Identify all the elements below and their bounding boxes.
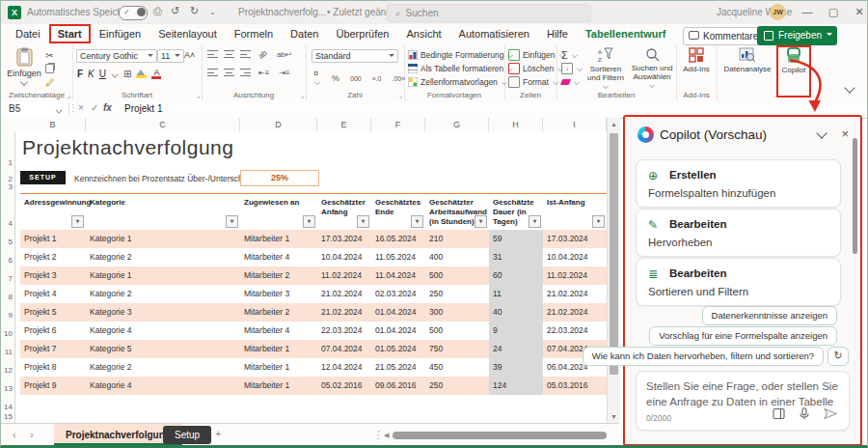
table-cell[interactable]: 11.04.2024 [371, 266, 425, 285]
column-header-c[interactable]: C [86, 118, 240, 131]
table-cell[interactable]: 22.03.2024 [543, 322, 607, 340]
suggestion-pill[interactable]: Vorschlag für eine Formelspalte anzeigen [649, 326, 837, 346]
tabbar-divider[interactable]: ⋮ [373, 429, 384, 441]
table-cell[interactable]: Projekt 9 [20, 377, 86, 395]
table-cell[interactable]: 250 [425, 285, 489, 303]
table-header-gesch-tzter-arbeitsaufwand-in-stunden-[interactable]: Geschätzter Arbeitsaufwand (in Stunden)▾ [425, 194, 489, 231]
setup-button[interactable]: SETUP [20, 171, 66, 184]
autosave-toggle[interactable]: ✓ [119, 6, 148, 20]
table-cell[interactable]: Mitarbeiter 1 [240, 340, 317, 358]
redo-icon[interactable]: ↻ [190, 5, 199, 17]
table-cell[interactable]: 09.06.2016 [371, 377, 425, 395]
filter-button[interactable]: ▾ [71, 215, 84, 228]
cell-styles-button[interactable]: Zellenformatvorlagen [408, 75, 514, 89]
table-cell[interactable]: Mitarbeiter 1 [240, 358, 317, 377]
microphone-icon[interactable] [799, 406, 810, 424]
horizontal-scroll-thumb[interactable] [393, 432, 607, 439]
table-cell[interactable]: 21.02.2024 [317, 303, 371, 322]
vertical-scroll-thumb[interactable] [610, 133, 618, 375]
table-cell[interactable]: Mitarbeiter 4 [240, 322, 317, 340]
align-left-icon[interactable] [207, 69, 218, 77]
cancel-entry-icon[interactable]: × [78, 102, 84, 113]
column-header-i[interactable]: I [543, 118, 607, 131]
table-cell[interactable]: Kategorie 4 [86, 322, 240, 340]
table-cell[interactable]: 39 [489, 358, 543, 377]
row-number[interactable]: 4 [1, 219, 13, 228]
font-color-icon[interactable]: A [151, 69, 161, 79]
row-number[interactable]: 13 [1, 384, 13, 393]
underline-button[interactable]: U [99, 69, 106, 79]
row-number[interactable]: 7 [1, 274, 13, 283]
find-select-button[interactable]: Suchen und Auswählen [630, 47, 674, 92]
table-cell[interactable]: Mitarbeiter 4 [240, 248, 317, 266]
copilot-card-sortieren-und-filtern[interactable]: ≣BearbeitenSortieren und Filtern [636, 258, 841, 306]
suggestion-pill[interactable]: Wie kann ich Daten hervorheben, filtern … [583, 347, 824, 366]
row-number[interactable]: 11 [1, 348, 13, 356]
menu-tab-seitenlayout[interactable]: Seitenlayout [149, 24, 226, 43]
send-icon[interactable] [824, 406, 837, 424]
scroll-up-icon[interactable]: ▲ [608, 121, 620, 127]
align-top-icon[interactable] [207, 50, 218, 59]
table-cell[interactable]: 31 [489, 248, 543, 266]
menu-tab-einf-gen[interactable]: Einfügen [91, 24, 149, 43]
document-title[interactable]: Projektnachverfolg... [238, 7, 326, 17]
number-dialog-launcher[interactable]: ⌟ [399, 92, 402, 99]
table-cell[interactable]: 60 [489, 266, 543, 285]
add-sheet-button[interactable]: + [215, 428, 221, 439]
table-header-ist-anfang[interactable]: Ist-Anfang▾ [543, 194, 607, 231]
font-name-select[interactable]: Century Gothic [76, 49, 157, 63]
sort-filter-button[interactable]: AZ Sortieren und Filtern [583, 47, 628, 93]
table-cell[interactable]: 300 [425, 303, 489, 322]
avatar[interactable]: JW [770, 4, 786, 20]
copy-button[interactable] [45, 62, 55, 75]
name-box[interactable]: B5 [3, 102, 69, 116]
row-number[interactable]: 10 [1, 329, 13, 338]
share-button[interactable]: Freigeben [757, 26, 837, 45]
table-cell[interactable]: 05.03.2016 [543, 377, 607, 395]
number-format-select[interactable]: Standard [312, 49, 398, 63]
table-cell[interactable]: 450 [425, 358, 489, 377]
table-cell[interactable]: 9 [489, 322, 543, 340]
copilot-input[interactable]: Stellen Sie eine Frage, oder stellen Sie… [646, 379, 839, 409]
copilot-card-hervorheben[interactable]: ✎BearbeitenHervorheben [636, 209, 841, 257]
orientation-icon[interactable]: ab [257, 48, 269, 61]
filter-button[interactable]: ▾ [529, 215, 541, 228]
comments-button[interactable]: Kommentare [683, 27, 767, 45]
table-cell[interactable]: 59 [489, 230, 543, 248]
clipboard-dialog-launcher[interactable]: ⌟ [68, 92, 70, 99]
row-number[interactable]: 8 [1, 293, 13, 301]
menu-tab-datei[interactable]: Datei [7, 24, 49, 43]
table-cell[interactable]: Kategorie 5 [86, 340, 240, 358]
table-cell[interactable]: Mitarbeiter 2 [240, 303, 317, 322]
table-cell[interactable]: 250 [425, 377, 489, 395]
table-cell[interactable]: 10.04.2024 [543, 248, 607, 266]
table-cell[interactable]: Kategorie 1 [86, 266, 240, 285]
table-cell[interactable]: 11.05.2024 [371, 248, 425, 266]
table-header-zugewiesen-an[interactable]: Zugewiesen an▾ [240, 194, 317, 231]
table-header-adressgewinnung[interactable]: Adressgewinnung▾ [20, 194, 86, 231]
underline-dropdown-icon[interactable] [112, 70, 119, 77]
minimize-button[interactable]: — [800, 5, 815, 20]
table-cell[interactable]: Mitarbeiter 1 [240, 230, 317, 248]
table-cell[interactable]: 11.02.2024 [543, 266, 607, 285]
table-cell[interactable]: Projekt 2 [20, 248, 86, 266]
column-header-e[interactable]: E [317, 118, 371, 131]
addins-button[interactable]: Add-Ins [680, 47, 713, 73]
table-cell[interactable]: 11.02.2024 [317, 266, 371, 285]
vertical-scrollbar[interactable]: ▲ ▼ [607, 118, 620, 423]
qat-customize-chevron-icon[interactable]: ⌄ [209, 8, 216, 16]
filter-button[interactable]: ▾ [592, 215, 605, 228]
bold-button[interactable]: F [77, 69, 83, 79]
conditional-formatting-button[interactable]: Bedingte Formatierung [408, 48, 514, 62]
table-cell[interactable]: 11 [489, 285, 543, 303]
italic-button[interactable]: K [88, 69, 95, 79]
fill-color-icon[interactable] [136, 70, 147, 78]
row-number[interactable]: 5 [1, 238, 13, 246]
table-cell[interactable]: 17.03.2024 [317, 230, 371, 248]
table-header-gesch-tztes-ende[interactable]: Geschätztes Ende▾ [371, 194, 425, 231]
table-cell[interactable]: 24 [489, 340, 543, 358]
formula-content[interactable]: Projekt 1 [124, 103, 162, 114]
decrease-indent-icon[interactable]: ⇤≡ [258, 69, 269, 77]
menu-tab-daten[interactable]: Daten [282, 24, 327, 43]
sheet-tab-setup[interactable]: Setup [163, 426, 211, 444]
